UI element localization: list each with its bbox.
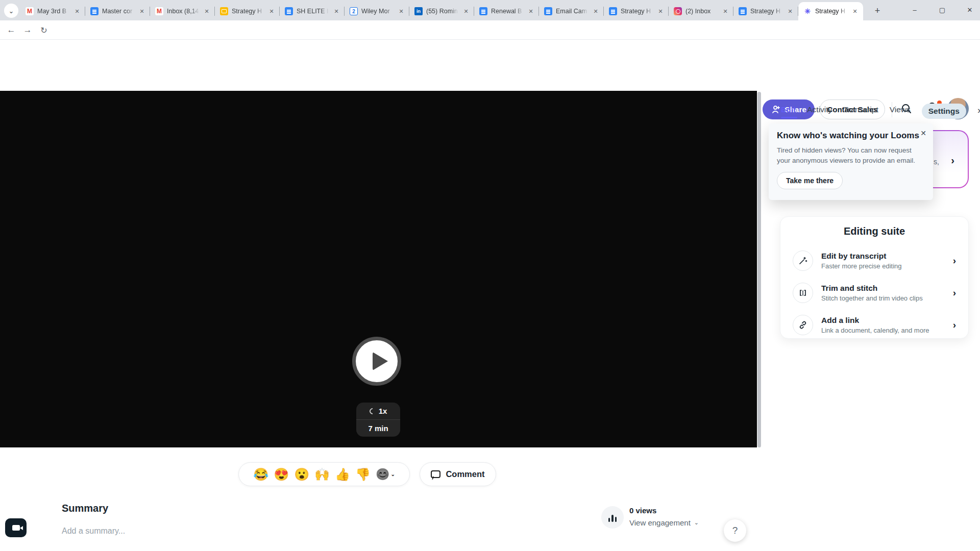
tab-close-icon[interactable]: ✕: [397, 7, 405, 15]
tab-label: SH ELITE In: [297, 8, 329, 15]
tab-close-icon[interactable]: ✕: [786, 7, 794, 15]
chevron-right-icon: ›: [953, 255, 956, 266]
close-icon[interactable]: ✕: [920, 129, 926, 137]
raised-hands-emoji-button[interactable]: 🙌: [314, 468, 330, 481]
tab-close-icon[interactable]: ✕: [527, 7, 535, 15]
camera-icon: [12, 525, 20, 531]
browser-tab[interactable]: Wiley Mor✕: [345, 2, 409, 20]
browser-tab[interactable]: (2) Inbox✕: [669, 2, 733, 20]
chevron-down-icon: ⌄: [694, 519, 699, 526]
speed-control[interactable]: 1x: [356, 403, 400, 419]
browser-tab[interactable]: Strategy H✕: [733, 2, 798, 20]
tab-close-icon[interactable]: ✕: [851, 7, 859, 15]
add-a-link-row[interactable]: Add a link Link a document, calendly, an…: [793, 309, 956, 341]
loom-camera-button[interactable]: [5, 518, 27, 537]
chevron-down-icon: ⌄: [390, 471, 395, 477]
reload-button[interactable]: ↻: [38, 24, 50, 36]
popup-title: Know who's watching your Looms: [777, 131, 925, 141]
summary-heading: Summary: [62, 503, 108, 514]
tab-close-icon[interactable]: ✕: [203, 7, 211, 15]
tab-close-icon[interactable]: ✕: [656, 7, 665, 15]
watching-looms-popup: Know who's watching your Looms ✕ Tired o…: [769, 123, 933, 200]
tab-label: Inbox (8,14: [167, 8, 199, 15]
editing-suite-card: Editing suite Edit by transcript Faster …: [780, 216, 969, 339]
bar-chart-icon[interactable]: [601, 506, 624, 529]
row-title: Edit by transcript: [821, 252, 945, 261]
link-icon: [793, 315, 813, 335]
popup-body: Tired of hidden views? You can now reque…: [777, 145, 924, 165]
tab-activity[interactable]: Activity: [807, 105, 832, 117]
browser-tab[interactable]: Master cor✕: [85, 2, 150, 20]
row-subtitle: Stitch together and trim video clips: [821, 294, 945, 302]
browser-tab[interactable]: Inbox (8,14✕: [150, 2, 215, 20]
video-player[interactable]: 1x 7 min: [0, 91, 757, 447]
tab-label: (2) Inbox: [685, 8, 718, 15]
wow-emoji-button[interactable]: 😮: [294, 468, 309, 481]
tab-label: May 3rd B: [37, 8, 69, 15]
browser-window: ⌄ May 3rd B✕ Master cor✕ Inbox (8,14✕ St…: [0, 0, 980, 551]
tab-label: Strategy H: [621, 8, 653, 15]
play-button[interactable]: [352, 337, 401, 386]
thumbs-down-emoji-button[interactable]: 👎: [355, 468, 371, 481]
tab-close-icon[interactable]: ✕: [332, 7, 340, 15]
gmail-icon: [155, 7, 163, 15]
tab-edit[interactable]: Edit: [781, 105, 796, 117]
tab-close-icon[interactable]: ✕: [462, 7, 470, 15]
tabs-container: May 3rd B✕ Master cor✕ Inbox (8,14✕ Stra…: [20, 2, 863, 20]
tab-settings[interactable]: Settings: [922, 104, 966, 119]
instagram-icon: [674, 7, 682, 15]
speed-gauge-icon: [368, 407, 377, 415]
google-calendar-icon: [350, 7, 358, 15]
thumbs-up-emoji-button[interactable]: 👍: [335, 468, 350, 481]
google-docs-icon: [739, 7, 747, 15]
tab-transcript[interactable]: Transcript: [843, 105, 878, 117]
collapse-sidebar-icon[interactable]: »: [977, 105, 980, 118]
speed-value: 1x: [379, 407, 387, 415]
emoji-picker-button[interactable]: 😊 ⌄: [376, 468, 395, 481]
tab-label: (55) Romin: [426, 8, 458, 15]
tab-close-icon[interactable]: ✕: [721, 7, 729, 15]
browser-tab[interactable]: Email Cam✕: [539, 2, 604, 20]
edit-by-transcript-row[interactable]: Edit by transcript Faster more precise e…: [793, 244, 956, 277]
take-me-there-button[interactable]: Take me there: [777, 172, 843, 189]
chevron-right-icon: ›: [953, 287, 956, 298]
tab-views[interactable]: Views: [890, 105, 911, 117]
google-docs-icon: [479, 7, 487, 15]
forward-button[interactable]: →: [21, 24, 34, 36]
help-button[interactable]: ?: [724, 519, 746, 542]
heart-eyes-emoji-button[interactable]: 😍: [274, 468, 289, 481]
tab-label: Wiley Mor: [361, 8, 394, 15]
browser-tab[interactable]: May 3rd B✕: [20, 2, 85, 20]
comment-button[interactable]: Comment: [420, 462, 496, 486]
browser-tab[interactable]: Renewal B✕: [474, 2, 539, 20]
player-info-box[interactable]: 1x 7 min: [356, 403, 400, 437]
comment-bubble-icon: [431, 470, 440, 478]
views-count: 0 views: [629, 506, 656, 515]
new-tab-button[interactable]: +: [871, 4, 884, 17]
summary-input[interactable]: Add a summary...: [62, 527, 125, 536]
row-title: Trim and stitch: [821, 284, 945, 293]
browser-tab[interactable]: Strategy H✕: [604, 2, 669, 20]
maximize-button[interactable]: ▢: [932, 0, 952, 19]
minimize-button[interactable]: –: [904, 0, 925, 19]
tab-close-icon[interactable]: ✕: [73, 7, 81, 15]
tab-label: Master cor: [102, 8, 134, 15]
chevron-right-icon: ›: [951, 155, 954, 166]
page-scrollbar[interactable]: [757, 92, 761, 447]
trim-and-stitch-row[interactable]: Trim and stitch Stitch together and trim…: [793, 277, 956, 309]
google-docs-icon: [285, 7, 293, 15]
browser-tab[interactable]: SH ELITE In✕: [280, 2, 345, 20]
tab-close-icon[interactable]: ✕: [592, 7, 600, 15]
close-window-button[interactable]: ✕: [960, 0, 980, 19]
browser-tab[interactable]: Strategy H✕: [215, 2, 280, 20]
tab-search-button[interactable]: ⌄: [4, 4, 18, 18]
laugh-emoji-button[interactable]: 😂: [253, 468, 268, 481]
tab-close-icon[interactable]: ✕: [267, 7, 276, 15]
duration-row: 7 min: [356, 419, 400, 436]
google-slides-icon: [220, 7, 228, 15]
tab-close-icon[interactable]: ✕: [138, 7, 146, 15]
browser-tab-active[interactable]: Strategy H✕: [798, 2, 863, 20]
view-engagement-dropdown[interactable]: View engagement ⌄: [629, 518, 699, 527]
back-button[interactable]: ←: [5, 24, 17, 36]
browser-tab[interactable]: (55) Romin✕: [409, 2, 474, 20]
